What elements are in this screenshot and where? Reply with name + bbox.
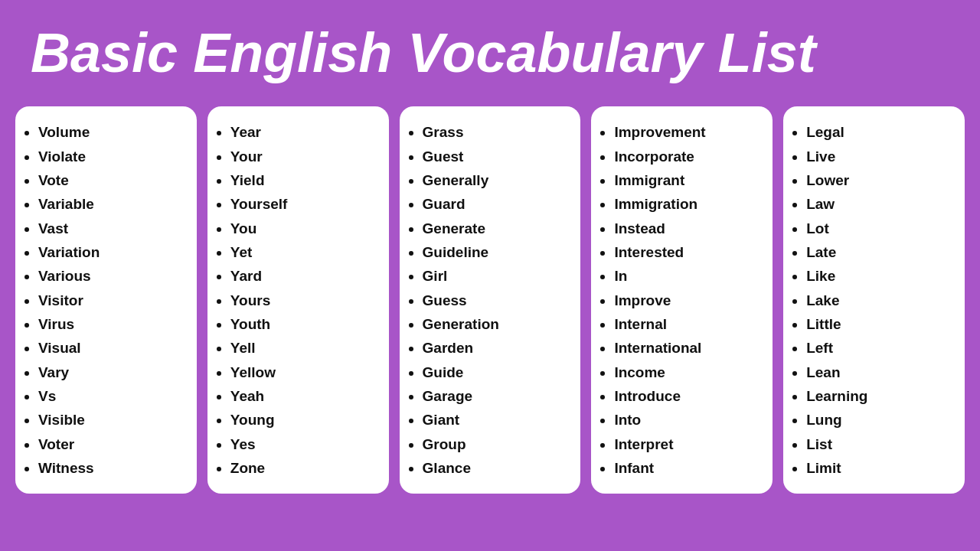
list-item: Your [230,145,377,168]
list-item: Guess [423,289,569,312]
list-item: Visible [38,408,185,432]
list-item: Guideline [423,240,569,264]
list-item: In [614,264,760,288]
list-item: International [614,336,760,360]
list-item: Interested [614,240,760,264]
list-item: Little [806,312,952,336]
list-item: Witness [38,456,185,480]
list-item: Late [806,240,952,264]
list-item: Infant [614,456,760,480]
list-item: You [230,217,377,240]
list-item: Volume [38,120,185,144]
list-item: Glance [423,456,569,480]
list-item: Generate [423,217,569,240]
list-item: Violate [38,145,185,168]
list-item: Live [806,145,952,168]
list-item: Year [230,120,377,144]
list-item: Generally [423,168,569,192]
list-item: Yourself [230,192,377,216]
vocabulary-column-col-g: GrassGuestGenerallyGuardGenerateGuidelin… [400,106,581,494]
list-item: Improvement [614,120,760,144]
list-item: Voter [38,432,185,456]
page-header: Basic English Vocabulary List [0,0,980,99]
list-item: Lot [806,217,952,240]
list-item: Variable [38,192,185,216]
list-item: Left [806,336,952,360]
list-item: Various [38,264,185,288]
list-item: Variation [38,240,185,264]
list-item: Immigration [614,192,760,216]
list-item: List [806,432,952,456]
vocabulary-column-col-y: YearYourYieldYourselfYouYetYardYoursYout… [207,106,389,494]
list-item: Youth [230,312,377,336]
word-list-col-l: LegalLiveLowerLawLotLateLikeLakeLittleLe… [792,120,952,480]
list-item: Zone [230,456,377,480]
word-list-col-i: ImprovementIncorporateImmigrantImmigrati… [600,120,760,480]
vocabulary-column-col-v: VolumeViolateVoteVariableVastVariationVa… [15,106,197,494]
vocabulary-column-col-i: ImprovementIncorporateImmigrantImmigrati… [591,106,773,494]
list-item: Guest [423,145,569,168]
list-item: Limit [806,456,952,480]
list-item: Garden [423,336,569,360]
list-item: Yield [230,168,377,192]
list-item: Lower [806,168,952,192]
list-item: Guide [423,360,569,384]
list-item: Lean [806,360,952,384]
word-list-col-y: YearYourYieldYourselfYouYetYardYoursYout… [217,120,377,480]
page-title: Basic English Vocabulary List [31,23,949,83]
list-item: Incorporate [614,145,760,168]
list-item: Group [423,432,569,456]
list-item: Introduce [614,384,760,408]
list-item: Vast [38,217,185,240]
vocabulary-column-col-l: LegalLiveLowerLawLotLateLikeLakeLittleLe… [783,106,965,494]
list-item: Yet [230,240,377,264]
list-item: Into [614,408,760,432]
list-item: Vs [38,384,185,408]
list-item: Interpret [614,432,760,456]
list-item: Legal [806,120,952,144]
list-item: Income [614,360,760,384]
list-item: Visual [38,336,185,360]
list-item: Internal [614,312,760,336]
list-item: Lung [806,408,952,432]
list-item: Instead [614,217,760,240]
list-item: Vote [38,168,185,192]
list-item: Lake [806,289,952,312]
list-item: Young [230,408,377,432]
list-item: Virus [38,312,185,336]
list-item: Generation [423,312,569,336]
list-item: Girl [423,264,569,288]
word-list-col-g: GrassGuestGenerallyGuardGenerateGuidelin… [409,120,569,480]
list-item: Guard [423,192,569,216]
word-list-col-v: VolumeViolateVoteVariableVastVariationVa… [24,120,185,480]
list-item: Visitor [38,289,185,312]
list-item: Learning [806,384,952,408]
list-item: Yellow [230,360,377,384]
vocabulary-columns: VolumeViolateVoteVariableVastVariationVa… [0,99,980,501]
list-item: Yell [230,336,377,360]
list-item: Law [806,192,952,216]
list-item: Yeah [230,384,377,408]
list-item: Giant [423,408,569,432]
list-item: Improve [614,289,760,312]
list-item: Immigrant [614,168,760,192]
list-item: Vary [38,360,185,384]
list-item: Yours [230,289,377,312]
list-item: Garage [423,384,569,408]
list-item: Like [806,264,952,288]
list-item: Yes [230,432,377,456]
list-item: Yard [230,264,377,288]
list-item: Grass [423,120,569,144]
